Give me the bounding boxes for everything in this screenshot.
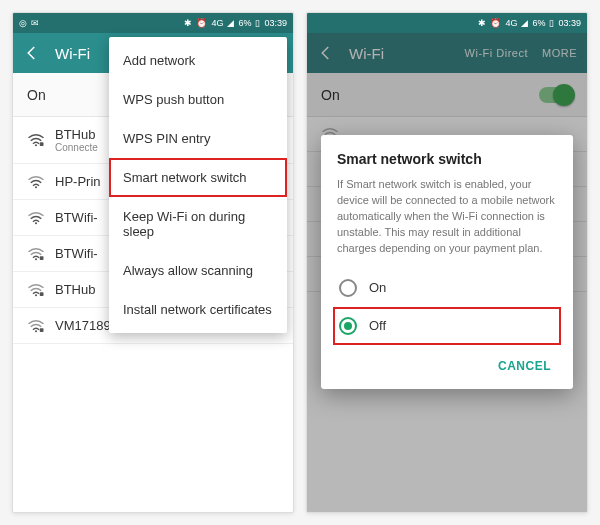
smart-network-switch-dialog: Smart network switch If Smart network sw… (321, 135, 573, 389)
wifi-ssid: HP-Prin (55, 174, 101, 189)
menu-wps-push[interactable]: WPS push button (109, 80, 287, 119)
phone-right-screenshot: ✱ ⏰ 4G ◢ 6% ▯ 03:39 Wi-Fi Wi-Fi Direct M… (306, 12, 588, 513)
wifi-icon (27, 283, 45, 297)
battery-label: 6% (532, 18, 545, 28)
svg-point-2 (35, 186, 37, 188)
wifi-icon (27, 319, 45, 333)
wifi-icon (27, 133, 45, 147)
menu-wps-pin[interactable]: WPS PIN entry (109, 119, 287, 158)
svg-point-3 (35, 222, 37, 224)
statusbar: ✱ ⏰ 4G ◢ 6% ▯ 03:39 (307, 13, 587, 33)
menu-add-network[interactable]: Add network (109, 41, 287, 80)
radio-off[interactable]: Off (333, 307, 561, 345)
svg-point-0 (35, 144, 37, 146)
menu-install-certs[interactable]: Install network certificates (109, 290, 287, 329)
dialog-body: If Smart network switch is enabled, your… (337, 177, 557, 257)
phone-left-screenshot: ◎ ✉ ✱ ⏰ 4G ◢ 6% ▯ 03:39 Wi-Fi On BTHub C… (12, 12, 294, 513)
clock-label: 03:39 (264, 18, 287, 28)
battery-icon: ▯ (549, 18, 554, 28)
radio-off-label: Off (369, 318, 386, 333)
svg-rect-5 (40, 256, 44, 260)
wifi-icon (27, 175, 45, 189)
signal-icon: ◢ (227, 18, 234, 28)
svg-point-8 (35, 330, 37, 332)
svg-rect-1 (40, 142, 44, 146)
wifi-icon (27, 247, 45, 261)
wifi-ssid: BTHub (55, 282, 95, 297)
dialog-title: Smart network switch (337, 151, 557, 167)
svg-rect-9 (40, 328, 44, 332)
svg-point-6 (35, 294, 37, 296)
svg-point-4 (35, 258, 37, 260)
bluetooth-icon: ✱ (478, 18, 486, 28)
dialog-actions: CANCEL (337, 345, 557, 381)
wifi-status: Connecte (55, 142, 98, 153)
clock-label: 03:39 (558, 18, 581, 28)
radio-on[interactable]: On (337, 269, 557, 307)
menu-always-scan[interactable]: Always allow scanning (109, 251, 287, 290)
mail-icon: ✉ (31, 18, 39, 28)
svg-rect-7 (40, 292, 44, 296)
radio-icon (339, 317, 357, 335)
battery-icon: ▯ (255, 18, 260, 28)
battery-label: 6% (238, 18, 251, 28)
bluetooth-icon: ✱ (184, 18, 192, 28)
statusbar: ◎ ✉ ✱ ⏰ 4G ◢ 6% ▯ 03:39 (13, 13, 293, 33)
signal-icon: ◢ (521, 18, 528, 28)
alarm-icon: ⏰ (490, 18, 501, 28)
menu-keep-wifi-sleep[interactable]: Keep Wi-Fi on during sleep (109, 197, 287, 251)
menu-smart-network-switch[interactable]: Smart network switch (109, 158, 287, 197)
wifi-toggle-label: On (27, 87, 46, 103)
back-icon[interactable] (23, 44, 41, 62)
overflow-menu: Add network WPS push button WPS PIN entr… (109, 37, 287, 333)
wifi-ssid: BTWifi- (55, 210, 98, 225)
wifi-ssid: BTWifi- (55, 246, 98, 261)
radio-on-label: On (369, 280, 386, 295)
radio-icon (339, 279, 357, 297)
wifi-ssid: BTHub (55, 127, 98, 142)
cancel-button[interactable]: CANCEL (492, 351, 557, 381)
signal-label: 4G (211, 18, 223, 28)
notification-icon: ◎ (19, 18, 27, 28)
alarm-icon: ⏰ (196, 18, 207, 28)
wifi-icon (27, 211, 45, 225)
signal-label: 4G (505, 18, 517, 28)
